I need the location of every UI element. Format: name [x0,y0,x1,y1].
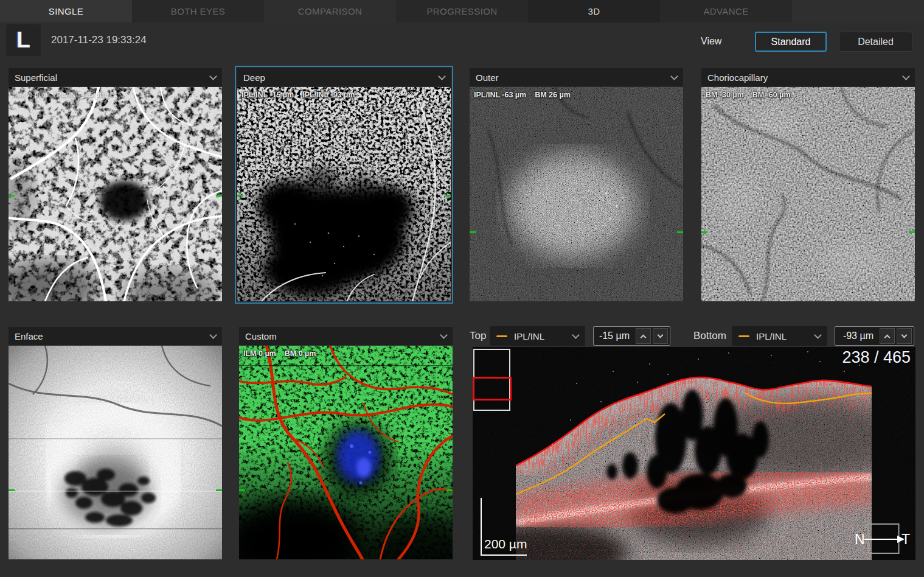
bscan-position-tick [9,489,15,491]
custom-composite-rendering [239,346,453,559]
panel-custom: Custom [239,327,453,559]
layer-boundary-overlay: IPL/INL -15 µmIPL/INL -93 µm [241,91,355,99]
eye-laterality-badge: L [6,24,41,56]
panel-outer: Outer IPL/INL -63 µmBM 26 µm [470,68,683,301]
deep-angiogram-rendering [237,87,451,301]
bottom-layer-value: IPL/INL [756,331,815,341]
bscan-position-tick [237,195,243,197]
bscan-position-tick [677,231,683,233]
deep-layer-dropdown[interactable]: Deep [237,68,451,86]
bottom-offset-decrease-button[interactable] [897,328,912,344]
orientation-indicator: N T [855,522,911,556]
bottom-offset-value: -93 µm [843,330,874,341]
panel-title: Deep [243,72,439,83]
frame-counter: 238 / 465 [842,348,911,367]
bscan-position-tick [9,195,15,197]
panel-title: Superficial [15,72,210,83]
bscan-navigator-current-slab[interactable] [473,377,512,400]
top-boundary-label: Top [470,330,486,342]
bottom-offset-stepper[interactable]: -93 µm [835,326,914,346]
chevron-up-icon [641,334,647,340]
panel-title: Enface [15,331,210,341]
top-offset-stepper[interactable]: -15 µm [593,326,670,346]
tab-advance[interactable]: ADVANCE [660,0,792,23]
panel-title: Choriocapillary [707,72,903,83]
view-mode-tab-bar: SINGLE BOTH EYES COMPARISON PROGRESSION … [0,0,924,23]
panel-enface: Enface [9,327,222,559]
bscan-position-tick [216,489,222,491]
bscan-position-tick [909,231,915,233]
tab-comparison[interactable]: COMPARISON [264,0,396,23]
panel-superficial: Superficial [9,68,222,301]
tab-progression[interactable]: PROGRESSION [396,0,528,23]
standard-view-button[interactable]: Standard [755,32,827,52]
view-label: View [701,36,721,47]
choriocapillary-angiogram-rendering [701,87,915,301]
temporal-label: T [901,531,910,547]
bscan-position-tick [446,489,453,491]
superficial-angiogram-image[interactable]: ILM 0 µmIPL/INL -15 µm [9,87,222,301]
outer-layer-dropdown[interactable]: Outer [470,68,683,86]
chevron-up-icon [884,334,891,340]
chevron-down-icon [440,331,448,339]
bottom-offset-increase-button[interactable] [880,328,895,344]
layer-boundary-overlay: ILM 0 µmBM 0 µm [243,349,316,358]
superficial-angiogram-rendering [9,87,222,301]
chevron-down-icon [209,331,217,339]
bscan-position-tick [445,195,451,197]
layer-boundary-overlay: ILM 0 µmIPL/INL -15 µm [13,91,106,99]
chevron-down-icon [901,332,908,338]
bscan-position-tick [470,231,476,233]
tab-3d[interactable]: 3D [528,0,660,23]
outer-angiogram-rendering [470,87,683,301]
bscan-tissue-rendering [516,347,872,560]
panel-deep: Deep [237,68,451,301]
panel-choriocapillary: Choriocapillary BM -30 µmBM -60 µm [701,68,915,301]
scale-label: 200 µm [484,537,527,551]
enface-rendering [9,346,222,559]
outer-angiogram-image[interactable]: IPL/INL -63 µmBM 26 µm [470,87,683,301]
chevron-down-icon [670,72,678,80]
tab-both-eyes[interactable]: BOTH EYES [132,0,264,23]
top-layer-dropdown[interactable]: IPL/INL [490,326,585,346]
chevron-down-icon [902,72,910,80]
deep-angiogram-image[interactable]: IPL/INL -15 µmIPL/INL -93 µm [237,87,451,301]
layer-boundary-overlay: BM -30 µmBM -60 µm [706,91,791,99]
chevron-down-icon [209,72,217,80]
detailed-view-button[interactable]: Detailed [839,32,912,52]
bscan-image[interactable]: 238 / 465 200 µm N T [473,347,915,560]
superficial-layer-dropdown[interactable]: Superficial [9,68,222,86]
panel-title: Custom [245,331,441,341]
custom-composite-image[interactable]: ILM 0 µmBM 0 µm [239,346,453,559]
chevron-down-icon [438,72,446,80]
enface-structural-image[interactable] [9,346,222,559]
chevron-down-icon [658,332,664,338]
bscan-position-tick [216,195,222,197]
top-offset-increase-button[interactable] [636,328,651,344]
bottom-layer-dropdown[interactable]: IPL/INL [732,326,827,346]
top-layer-value: IPL/INL [514,331,573,341]
exam-datetime: 2017-11-23 19:33:24 [51,34,147,46]
tab-single[interactable]: SINGLE [0,0,132,23]
nasal-label: N [855,531,865,547]
scale-bar [481,554,527,556]
scale-bar [481,498,482,556]
bscan-position-tick [239,489,245,491]
layer-boundary-overlay: IPL/INL -63 µmBM 26 µm [474,91,571,99]
choriocapillary-angiogram-image[interactable]: BM -30 µmBM -60 µm [701,87,915,301]
bscan-position-tick [701,231,707,233]
choriocapillary-layer-dropdown[interactable]: Choriocapillary [701,68,915,86]
layer-line-swatch [496,335,507,337]
top-offset-decrease-button[interactable] [653,328,668,344]
layer-line-swatch [738,335,749,337]
chevron-down-icon [814,331,822,339]
panel-title: Outer [476,72,672,83]
top-offset-value: -15 µm [599,330,630,341]
bottom-boundary-label: Bottom [693,330,726,342]
chevron-down-icon [572,331,580,339]
custom-layer-dropdown[interactable]: Custom [239,327,453,345]
enface-layer-dropdown[interactable]: Enface [9,327,222,345]
